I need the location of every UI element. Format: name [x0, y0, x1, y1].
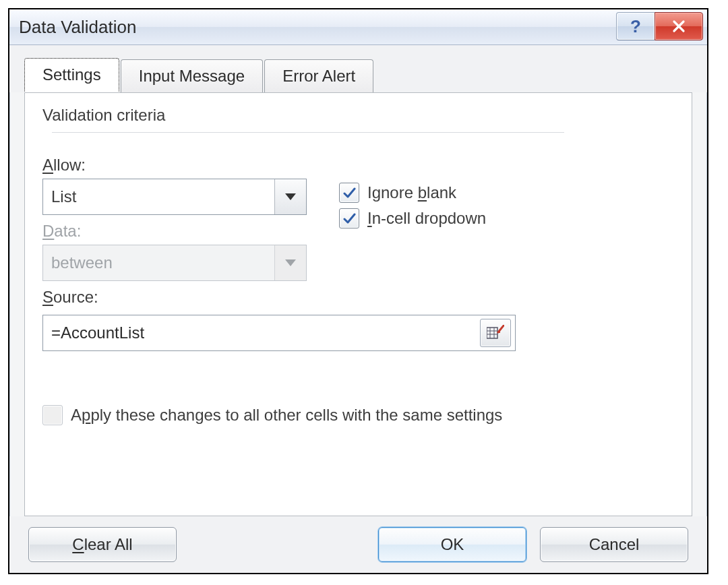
data-dropdown-button	[274, 245, 306, 280]
in-cell-dropdown-checkbox[interactable]	[339, 208, 359, 228]
source-label: Source:	[42, 288, 339, 307]
criteria-left-col: Allow: List Data: between	[42, 149, 339, 311]
clear-all-button[interactable]: Clear All	[28, 527, 177, 562]
data-validation-dialog: Data Validation ? Settings Input Message…	[8, 8, 708, 574]
criteria-row: Allow: List Data: between	[42, 149, 674, 311]
source-value: =AccountList	[43, 324, 480, 342]
source-input[interactable]: =AccountList	[42, 315, 516, 351]
button-label: Clear All	[72, 535, 132, 554]
apply-all-label: Apply these changes to all other cells w…	[71, 406, 502, 425]
data-value: between	[43, 253, 274, 272]
tab-error-alert[interactable]: Error Alert	[264, 59, 373, 92]
apply-all-row: Apply these changes to all other cells w…	[42, 405, 674, 425]
tab-label: Settings	[42, 65, 101, 84]
data-label: Data:	[42, 222, 339, 241]
chevron-down-icon	[285, 259, 296, 266]
chevron-down-icon	[285, 193, 296, 200]
allow-combo[interactable]: List	[42, 179, 307, 215]
help-button[interactable]: ?	[616, 12, 655, 40]
svg-rect-0	[487, 328, 497, 338]
titlebar[interactable]: Data Validation ?	[9, 9, 707, 45]
ignore-blank-checkbox[interactable]	[339, 183, 359, 203]
in-cell-dropdown-label: In-cell dropdown	[367, 209, 486, 228]
refedit-icon	[487, 325, 504, 341]
help-icon: ?	[630, 16, 641, 37]
tab-underline	[24, 92, 692, 93]
ok-button[interactable]: OK	[378, 527, 526, 562]
data-combo: between	[42, 245, 307, 281]
titlebar-controls: ?	[616, 12, 703, 40]
tab-label: Error Alert	[282, 67, 355, 86]
close-button[interactable]	[655, 12, 703, 40]
criteria-right-col: Ignore blank In-cell dropdown	[339, 149, 674, 234]
tabstrip: Settings Input Message Error Alert	[9, 45, 707, 92]
button-label: Cancel	[589, 535, 640, 554]
apply-all-checkbox	[42, 405, 63, 425]
validation-criteria-group-label: Validation criteria	[42, 106, 674, 144]
allow-value: List	[43, 187, 274, 206]
dialog-client-area: Validation criteria Allow: List Data: be…	[24, 92, 692, 516]
tab-label: Input Message	[139, 67, 245, 86]
button-label: OK	[441, 535, 464, 554]
tab-settings[interactable]: Settings	[24, 58, 119, 92]
ignore-blank-row[interactable]: Ignore blank	[339, 183, 674, 203]
allow-dropdown-button[interactable]	[274, 179, 306, 214]
in-cell-dropdown-row[interactable]: In-cell dropdown	[339, 208, 674, 228]
button-bar: Clear All OK Cancel	[9, 516, 707, 573]
refedit-collapse-button[interactable]	[480, 319, 511, 347]
close-icon	[671, 19, 686, 34]
tab-input-message[interactable]: Input Message	[121, 59, 263, 92]
dialog-title: Data Validation	[19, 17, 136, 38]
cancel-button[interactable]: Cancel	[540, 527, 688, 562]
allow-label: Allow:	[42, 156, 339, 175]
ignore-blank-label: Ignore blank	[367, 183, 456, 202]
